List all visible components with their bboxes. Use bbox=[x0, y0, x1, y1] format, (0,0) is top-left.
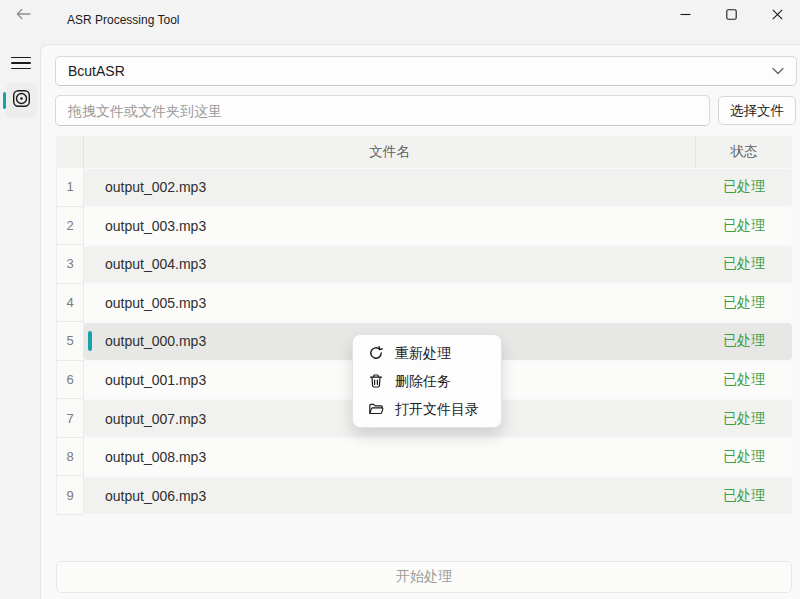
close-icon bbox=[772, 6, 783, 24]
status-cell: 已处理 bbox=[696, 294, 792, 312]
menu-item-reprocess[interactable]: 重新处理 bbox=[353, 340, 501, 368]
status-cell: 已处理 bbox=[696, 410, 792, 428]
filename-cell: output_006.mp3 bbox=[84, 488, 696, 504]
start-processing-button[interactable]: 开始处理 bbox=[56, 561, 792, 593]
header-filename: 文件名 bbox=[84, 136, 696, 168]
status-cell: 已处理 bbox=[696, 371, 792, 389]
row-index: 6 bbox=[56, 361, 84, 400]
table-row[interactable]: 1 output_002.mp3 已处理 bbox=[56, 168, 792, 207]
filename-cell: output_003.mp3 bbox=[84, 218, 696, 234]
menu-item-open-folder[interactable]: 打开文件目录 bbox=[353, 396, 501, 424]
table-header: 文件名 状态 bbox=[56, 136, 792, 168]
status-cell: 已处理 bbox=[696, 217, 792, 235]
row-index: 7 bbox=[56, 399, 84, 438]
titlebar: ASR Processing Tool bbox=[0, 0, 800, 44]
sidebar-item-asr[interactable] bbox=[6, 83, 37, 118]
file-drop-input[interactable] bbox=[55, 95, 710, 126]
choose-file-button[interactable]: 选择文件 bbox=[718, 96, 796, 125]
status-cell: 已处理 bbox=[696, 332, 792, 350]
hamburger-icon bbox=[11, 57, 31, 59]
maximize-button[interactable] bbox=[708, 0, 754, 30]
close-button[interactable] bbox=[754, 0, 800, 30]
selected-row-indicator bbox=[88, 331, 92, 351]
disc-icon bbox=[12, 89, 31, 112]
row-index: 4 bbox=[56, 284, 84, 323]
back-arrow-icon bbox=[16, 6, 31, 24]
maximize-icon bbox=[726, 6, 737, 24]
table-row[interactable]: 8 output_008.mp3 已处理 bbox=[56, 438, 792, 477]
row-index: 5 bbox=[56, 322, 84, 361]
filename-cell: output_005.mp3 bbox=[84, 295, 696, 311]
row-index: 2 bbox=[56, 207, 84, 246]
chevron-down-icon bbox=[772, 67, 784, 75]
trash-icon bbox=[368, 373, 384, 392]
status-cell: 已处理 bbox=[696, 178, 792, 196]
status-cell: 已处理 bbox=[696, 448, 792, 466]
filename-cell: output_004.mp3 bbox=[84, 256, 696, 272]
table-row[interactable]: 9 output_006.mp3 已处理 bbox=[56, 476, 792, 515]
row-index: 8 bbox=[56, 438, 84, 477]
sidebar bbox=[0, 44, 40, 599]
filename-cell: output_002.mp3 bbox=[84, 179, 696, 195]
context-menu: 重新处理 删除任务 打开文件目录 bbox=[352, 334, 502, 428]
row-index: 3 bbox=[56, 245, 84, 284]
window-title: ASR Processing Tool bbox=[67, 13, 180, 27]
file-table: 文件名 状态 1 output_002.mp3 已处理 2 output_003… bbox=[56, 136, 792, 515]
header-status: 状态 bbox=[696, 136, 792, 168]
engine-select-value: BcutASR bbox=[68, 63, 125, 79]
minimize-icon bbox=[680, 6, 691, 24]
open-folder-icon bbox=[368, 401, 384, 420]
back-button[interactable] bbox=[10, 2, 36, 28]
minimize-button[interactable] bbox=[662, 0, 708, 30]
nav-menu-button[interactable] bbox=[8, 50, 34, 76]
status-cell: 已处理 bbox=[696, 255, 792, 273]
table-row[interactable]: 4 output_005.mp3 已处理 bbox=[56, 284, 792, 323]
table-row[interactable]: 3 output_004.mp3 已处理 bbox=[56, 245, 792, 284]
engine-select[interactable]: BcutASR bbox=[55, 56, 797, 86]
header-index bbox=[56, 136, 84, 168]
row-index: 9 bbox=[56, 476, 84, 515]
filename-cell: output_008.mp3 bbox=[84, 449, 696, 465]
content-panel: BcutASR 选择文件 文件名 状态 1 output_002.mp3 已处理… bbox=[40, 44, 800, 599]
status-cell: 已处理 bbox=[696, 487, 792, 505]
row-index: 1 bbox=[56, 168, 84, 207]
table-row[interactable]: 2 output_003.mp3 已处理 bbox=[56, 207, 792, 246]
menu-item-delete[interactable]: 删除任务 bbox=[353, 368, 501, 396]
refresh-icon bbox=[368, 345, 384, 364]
